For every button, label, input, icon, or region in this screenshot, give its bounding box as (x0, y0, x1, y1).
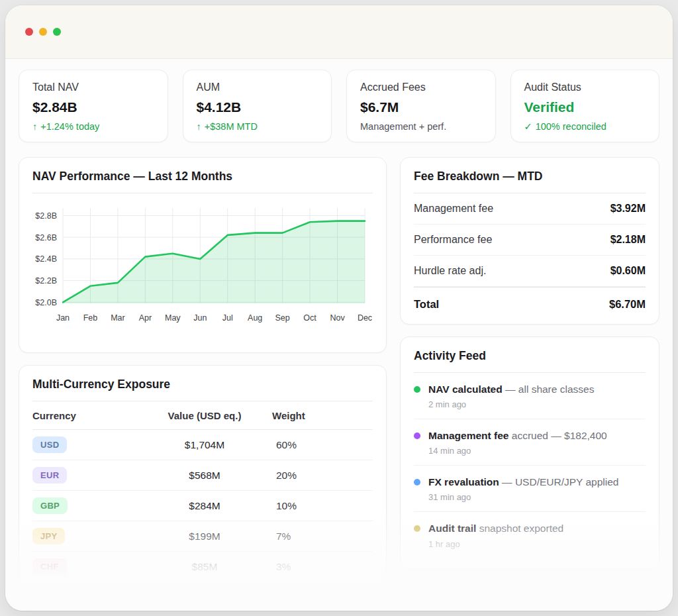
feed-item-detail: — all share classes (503, 384, 595, 395)
nav-chart-svg: $2.0B$2.2B$2.4B$2.6B$2.8BJanFebMarAprMay… (32, 199, 374, 339)
fee-value: $0.60M (610, 265, 646, 277)
fee-total-label: Total (414, 298, 439, 311)
column-header-currency: Currency (32, 410, 145, 421)
nav-performance-card: NAV Performance — Last 12 Months $2.0B$2… (19, 157, 387, 353)
fee-row-hurdle: Hurdle rate adj. $0.60M (414, 256, 646, 287)
up-arrow-icon: ↑ (32, 121, 37, 132)
feed-item-fee-accrued: Management fee accrued — $182,400 14 min… (414, 419, 646, 466)
svg-text:$2.2B: $2.2B (35, 276, 57, 285)
activity-dot-icon (414, 479, 420, 486)
currency-badge: CHF (32, 558, 67, 575)
kpi-row: Total NAV $2.84B ↑+1.24% today AUM $4.12… (19, 70, 659, 142)
svg-text:Apr: Apr (139, 313, 152, 323)
fee-label: Performance fee (414, 234, 492, 246)
feed-item-detail: snapshot exported (476, 523, 563, 534)
table-row-usd: USD $1,704M 60% (32, 430, 373, 460)
feed-item-nav-calculated: NAV calculated — all share classes 2 min… (414, 373, 646, 419)
svg-text:Jul: Jul (222, 313, 233, 323)
fee-value: $3.92M (610, 203, 646, 215)
fee-breakdown-title: Fee Breakdown — MTD (414, 170, 646, 193)
kpi-card-total-nav: Total NAV $2.84B ↑+1.24% today (19, 70, 168, 142)
svg-text:Oct: Oct (303, 313, 316, 323)
kpi-card-audit-status: Audit Status Verified ✓100% reconciled (510, 70, 660, 142)
svg-text:Jan: Jan (56, 313, 70, 323)
kpi-delta: ✓100% reconciled (524, 121, 646, 132)
kpi-label: Total NAV (32, 81, 154, 93)
check-icon: ✓ (524, 121, 532, 132)
activity-dot-icon (414, 386, 420, 393)
kpi-card-accrued-fees: Accrued Fees $6.7M Management + perf. (346, 70, 496, 142)
currency-weight: 60% (264, 439, 373, 451)
kpi-value: $4.12B (197, 99, 318, 115)
currency-value: $199M (145, 531, 264, 542)
fee-row-performance: Performance fee $2.18M (414, 225, 646, 256)
window-zoom-button[interactable] (53, 28, 61, 36)
kpi-delta-text: Management + perf. (360, 121, 446, 132)
currency-badge: GBP (32, 497, 68, 514)
nav-performance-chart: $2.0B$2.2B$2.4B$2.6B$2.8BJanFebMarAprMay… (32, 199, 373, 342)
kpi-label: Accrued Fees (360, 81, 482, 93)
svg-text:Dec: Dec (358, 313, 372, 323)
feed-timestamp: 1 hr ago (428, 539, 563, 549)
activity-feed-card: Activity Feed NAV calculated — all share… (400, 336, 659, 570)
currency-badge: EUR (32, 467, 67, 484)
activity-dot-icon (414, 433, 420, 439)
currency-exposure-title: Multi-Currency Exposure (32, 378, 373, 401)
fee-label: Management fee (414, 203, 493, 215)
fee-breakdown-card: Fee Breakdown — MTD Management fee $3.92… (400, 157, 659, 325)
currency-value: $568M (145, 470, 264, 482)
svg-text:Aug: Aug (248, 313, 262, 323)
feed-item-title: FX revaluation (428, 476, 499, 488)
svg-text:May: May (165, 313, 181, 323)
currency-weight: 3% (264, 561, 373, 573)
window-titlebar (5, 5, 673, 59)
dashboard-content: Total NAV $2.84B ↑+1.24% today AUM $4.12… (5, 59, 673, 593)
feed-item-detail: — USD/EUR/JPY applied (499, 476, 619, 488)
fee-total-value: $6.70M (609, 298, 646, 311)
feed-item-audit-trail: Audit trail snapshot exported 1 hr ago (414, 512, 646, 558)
currency-weight: 10% (264, 500, 373, 512)
kpi-label: Audit Status (524, 81, 646, 93)
feed-item-fx-revaluation: FX revaluation — USD/EUR/JPY applied 31 … (414, 466, 646, 512)
right-column: Fee Breakdown — MTD Management fee $3.92… (400, 157, 659, 570)
currency-weight: 20% (264, 470, 373, 482)
currency-table-header: Currency Value (USD eq.) Weight (32, 401, 373, 430)
table-row-chf: CHF $85M 3% (32, 552, 373, 582)
kpi-value: Verified (524, 99, 646, 115)
column-header-weight: Weight (264, 410, 373, 421)
window-close-button[interactable] (25, 28, 33, 36)
kpi-delta: ↑+$38M MTD (197, 121, 318, 132)
svg-text:$2.0B: $2.0B (35, 298, 57, 307)
activity-dot-icon (414, 525, 420, 532)
kpi-card-aum: AUM $4.12B ↑+$38M MTD (183, 70, 332, 142)
svg-text:$2.4B: $2.4B (35, 254, 57, 264)
table-row-jpy: JPY $199M 7% (32, 521, 373, 552)
left-column: NAV Performance — Last 12 Months $2.0B$2… (19, 157, 387, 593)
activity-feed-title: Activity Feed (414, 349, 646, 373)
kpi-value: $2.84B (32, 99, 154, 115)
kpi-delta: ↑+1.24% today (32, 121, 154, 132)
app-window: Total NAV $2.84B ↑+1.24% today AUM $4.12… (5, 5, 673, 611)
fee-value: $2.18M (610, 234, 646, 246)
currency-weight: 7% (264, 531, 373, 542)
column-header-value: Value (USD eq.) (145, 410, 264, 421)
feed-item-detail: accrued — $182,400 (508, 430, 606, 441)
up-arrow-icon: ↑ (197, 121, 201, 132)
svg-text:Nov: Nov (330, 313, 345, 323)
feed-timestamp: 14 min ago (428, 446, 607, 456)
currency-value: $85M (145, 561, 264, 573)
currency-value: $1,704M (145, 439, 264, 451)
currency-exposure-card: Multi-Currency Exposure Currency Value (… (19, 365, 387, 593)
fee-total-row: Total $6.70M (414, 287, 646, 313)
feed-timestamp: 2 min ago (428, 399, 594, 409)
table-row-eur: EUR $568M 20% (32, 460, 373, 491)
window-minimize-button[interactable] (39, 28, 47, 36)
feed-item-title: Management fee (428, 430, 508, 441)
table-row-gbp: GBP $284M 10% (32, 491, 373, 521)
feed-item-title: NAV calculated (428, 384, 503, 395)
currency-value: $284M (145, 500, 264, 512)
svg-text:Mar: Mar (111, 313, 125, 323)
kpi-delta-text: +$38M MTD (205, 121, 258, 132)
kpi-delta: Management + perf. (360, 121, 482, 132)
kpi-label: AUM (197, 81, 318, 93)
